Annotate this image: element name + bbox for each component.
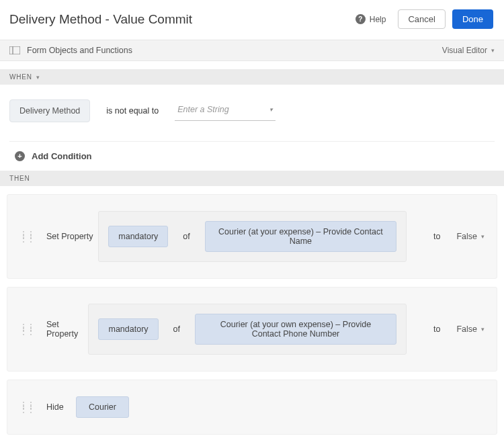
action-body: mandatory of Courier (at your own expens… [88,304,407,355]
editor-mode-dropdown[interactable]: Visual Editor ▾ [442,46,495,55]
action-tail: to False ▾ [433,232,485,241]
action-body: mandatory of Courier (at your expense) –… [98,211,407,262]
chevron-down-icon: ▾ [481,233,485,240]
when-operator[interactable]: is not equal to [106,106,159,116]
help-icon: ? [355,14,366,24]
value-label: False [456,324,477,334]
value-dropdown[interactable]: False ▾ [456,232,485,241]
target-token[interactable]: Courier (at your expense) – Provide Cont… [205,221,396,252]
action-type[interactable]: Set Property [46,232,98,241]
panel-icon [9,46,20,54]
to-text: to [433,232,440,241]
chevron-down-icon: ▾ [491,47,495,54]
action-type[interactable]: Set Property [46,320,88,339]
target-token[interactable]: Courier (at your own expense) – Provide … [195,314,396,345]
when-value-placeholder: Enter a String [177,105,228,114]
when-subject-chip[interactable]: Delivery Method [9,99,90,122]
page-title: Delivery Method - Value Commit [9,12,192,27]
editor-mode-label: Visual Editor [442,46,487,55]
when-condition-row: Delivery Method is not equal to Enter a … [0,85,504,122]
value-dropdown[interactable]: False ▾ [456,324,485,334]
chevron-down-icon: ▾ [481,326,485,333]
to-text: to [433,324,440,334]
help-link[interactable]: ? Help [355,14,386,24]
drag-handle-icon[interactable]: ⋮⋮⋮⋮ [19,404,34,410]
cancel-button[interactable]: Cancel [398,9,445,29]
then-action-card: ⋮⋮⋮⋮ Set Property mandatory of Courier (… [7,287,497,371]
property-token[interactable]: mandatory [108,226,168,247]
toolbar: Form Objects and Functions Visual Editor… [0,40,504,61]
of-text: of [183,232,190,241]
action-type[interactable]: Hide [46,402,76,412]
plus-icon: + [15,151,25,161]
drag-handle-icon[interactable]: ⋮⋮⋮⋮ [19,326,34,333]
help-label: Help [370,15,386,24]
when-section-header[interactable]: When ▾ [0,69,504,85]
when-label: When [9,73,32,81]
drag-handle-icon[interactable]: ⋮⋮⋮⋮ [19,233,34,240]
target-token[interactable]: Courier [76,396,129,418]
property-token[interactable]: mandatory [98,318,158,340]
header-actions: ? Help Cancel Done [355,9,493,29]
value-label: False [456,232,477,241]
then-label: Then [9,175,30,182]
svg-rect-0 [9,46,20,54]
then-section-header: Then [0,171,504,186]
add-condition-label: Add Condition [32,151,92,161]
when-value-input[interactable]: Enter a String ▾ [175,101,276,121]
then-action-card: ⋮⋮⋮⋮ Hide Courier [7,380,497,435]
toolbar-left[interactable]: Form Objects and Functions [9,46,132,55]
of-text: of [173,324,180,334]
chevron-down-icon: ▾ [269,106,273,113]
toolbar-left-label: Form Objects and Functions [27,46,132,55]
add-condition-button[interactable]: + Add Condition [0,142,504,171]
action-tail: to False ▾ [433,324,485,334]
header: Delivery Method - Value Commit ? Help Ca… [0,0,504,40]
done-button[interactable]: Done [452,9,493,29]
then-action-card: ⋮⋮⋮⋮ Set Property mandatory of Courier (… [7,194,497,279]
chevron-down-icon: ▾ [36,74,40,81]
